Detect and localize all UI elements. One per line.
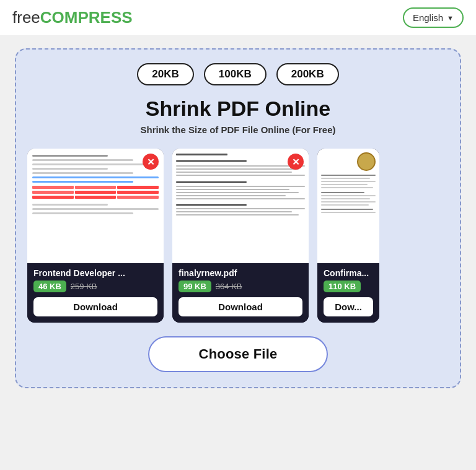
language-label: English [413,12,443,23]
download-btn-2[interactable]: Download [178,297,302,316]
card-sizes-1: 46 KB 259 KB [33,281,157,292]
upload-area: 20KB 100KB 200KB Shrink PDF Online Shrin… [15,48,461,388]
doc-preview-3 [317,149,379,263]
logo: freeCOMPRESS [12,8,133,27]
file-card-1: ✕ Frontend Developer ... 46 KB 259 KB Do… [27,149,164,323]
main-content: 20KB 100KB 200KB Shrink PDF Online Shrin… [0,36,476,401]
file-preview-1: ✕ [27,149,164,263]
file-cards-row: ✕ Frontend Developer ... 46 KB 259 KB Do… [27,149,449,323]
download-btn-3[interactable]: Dow... [324,297,373,316]
logo-compress: COMPRESS [40,8,133,27]
card-info-3: Confirma... 110 KB Dow... [317,263,379,323]
download-btn-1[interactable]: Download [33,297,157,316]
card-info-1: Frontend Developer ... 46 KB 259 KB Down… [27,263,164,323]
filename-3: Confirma... [324,268,373,278]
old-size-2: 364 KB [216,282,242,291]
size-pills-row: 20KB 100KB 200KB [27,63,449,85]
file-preview-3 [317,149,379,263]
cert-seal [357,152,376,171]
page-title: Shrink PDF Online [27,97,449,121]
choose-file-area: Choose File [27,336,449,372]
close-card-1[interactable]: ✕ [143,154,159,170]
file-card-2: ✕ finalyrnew.pdf 99 KB 364 KB Download [172,149,309,323]
choose-file-button[interactable]: Choose File [148,336,328,372]
new-size-3: 110 KB [324,281,361,292]
new-size-1: 46 KB [33,281,66,292]
filename-2: finalyrnew.pdf [178,268,302,278]
language-selector[interactable]: English ▼ [403,7,464,28]
page-subtitle: Shrink the Size of PDF File Online (For … [27,124,449,135]
card-info-2: finalyrnew.pdf 99 KB 364 KB Download [172,263,309,323]
chevron-down-icon: ▼ [447,14,454,22]
card-sizes-2: 99 KB 364 KB [178,281,302,292]
file-card-3: Confirma... 110 KB Dow... [317,149,379,323]
header: freeCOMPRESS English ▼ [0,0,476,36]
logo-free: free [12,8,40,27]
filename-1: Frontend Developer ... [33,268,157,278]
size-pill-100kb: 100KB [204,63,267,85]
size-pill-200kb: 200KB [276,63,339,85]
close-card-2[interactable]: ✕ [288,154,304,170]
file-preview-2: ✕ [172,149,309,263]
size-pill-20kb: 20KB [137,63,193,85]
old-size-1: 259 KB [71,282,97,291]
card-sizes-3: 110 KB [324,281,373,292]
new-size-2: 99 KB [178,281,211,292]
